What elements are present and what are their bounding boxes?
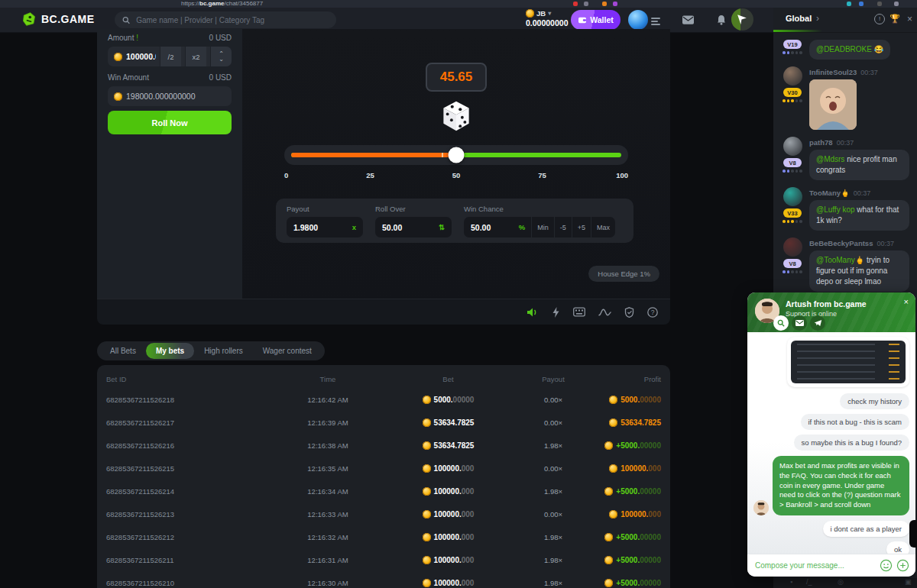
table-row[interactable]: 68285367211526212 12:16:32 AM 100000.000… <box>106 525 661 548</box>
bet-amount-value[interactable]: 100000.00000000 <box>126 52 156 61</box>
double-bet-button[interactable]: x2 <box>185 47 206 66</box>
chevron-right-icon[interactable]: › <box>816 13 819 24</box>
extension-icon[interactable] <box>894 2 899 6</box>
payout-field[interactable]: 1.9800 x <box>287 217 363 237</box>
bcgame-logo[interactable]: BC.GAME <box>21 11 95 27</box>
chance-min[interactable]: Min <box>531 217 554 237</box>
slider-handle[interactable] <box>449 147 465 163</box>
support-close-icon[interactable]: × <box>904 297 909 306</box>
table-row[interactable]: 68285367211526215 12:16:35 AM 100000.000… <box>106 457 661 480</box>
tab-high-rollers[interactable]: High rollers <box>194 343 253 359</box>
balance-display[interactable]: JB ▾ 0.00000000 <box>526 9 568 27</box>
search-input[interactable] <box>134 15 329 25</box>
tab-all-bets[interactable]: All Bets <box>100 343 146 359</box>
rules-icon[interactable]: ◎ <box>838 578 844 586</box>
bet-profit: +5000.00000 <box>595 533 661 541</box>
logo-text: BC.GAME <box>41 13 95 25</box>
winchance-field[interactable]: 50.00 % Min-5+5Max <box>464 217 615 237</box>
mail-icon[interactable] <box>682 15 694 24</box>
wallet-button[interactable]: Wallet <box>571 10 621 30</box>
chance--5[interactable]: -5 <box>554 217 572 237</box>
username[interactable]: TooMany🖕 <box>809 189 850 197</box>
bet-amount: 5000.00000 <box>385 396 511 404</box>
support-telegram-icon[interactable] <box>810 315 825 331</box>
extension-icon[interactable] <box>602 2 607 6</box>
payout-label: Payout <box>287 205 363 213</box>
extension-icon[interactable] <box>877 2 882 6</box>
table-row[interactable]: 68285367211526218 12:16:42 AM 5000.00000… <box>106 388 661 411</box>
step-down-icon[interactable]: ⌄ <box>219 57 224 62</box>
help-icon[interactable]: ? <box>647 307 658 318</box>
bet-amount: 100000.000 <box>385 464 511 473</box>
table-row[interactable]: 68285367211526214 12:16:34 AM 100000.000… <box>106 480 661 502</box>
chat-tab-global[interactable]: Global <box>786 14 812 23</box>
vip-level-badge: V8 <box>783 158 802 167</box>
rollover-field[interactable]: 50.00 ⇅ <box>375 217 452 237</box>
username[interactable]: BeBeBeckyPantss <box>809 239 873 247</box>
extension-icon[interactable] <box>859 2 864 6</box>
chance-max[interactable]: Max <box>591 217 615 237</box>
compose-input[interactable] <box>753 561 876 570</box>
image-icon[interactable]: ▣ <box>905 578 912 586</box>
vip-level-badge: V33 <box>783 208 802 218</box>
user-avatar[interactable] <box>783 187 802 206</box>
slider-ticks: 0255075100 <box>284 171 628 180</box>
bets-tabs: All BetsMy betsHigh rollersWager contest <box>97 341 325 360</box>
chance-+5[interactable]: +5 <box>572 217 591 237</box>
half-bet-button[interactable]: /2 <box>160 47 181 66</box>
user-avatar[interactable] <box>783 237 802 257</box>
tab-my-bets[interactable]: My bets <box>146 343 194 359</box>
emoji-icon[interactable] <box>880 559 893 572</box>
chat-rules-icon[interactable]: ! <box>874 14 885 24</box>
user-avatar[interactable] <box>783 66 802 86</box>
menu-list-icon[interactable] <box>651 16 660 27</box>
stats-icon[interactable] <box>598 308 611 317</box>
table-row[interactable]: 68285367211526210 12:16:30 AM 100000.000… <box>106 571 661 588</box>
roll-slider[interactable] <box>284 145 628 165</box>
image-message[interactable] <box>809 79 857 130</box>
user-avatar[interactable] <box>783 137 802 156</box>
amount-stepper[interactable]: ⌃ ⌄ <box>210 47 232 66</box>
chat-toggle-icon[interactable] <box>731 8 753 31</box>
vip-level-badge: V30 <box>783 88 802 97</box>
roll-now-button[interactable]: Roll Now <box>108 111 232 134</box>
winchance-value[interactable]: 50.00 <box>471 223 519 232</box>
extension-icon[interactable] <box>847 2 851 6</box>
table-row[interactable]: 68285367211526213 12:16:33 AM 100000.000… <box>106 502 661 525</box>
table-row[interactable]: 68285367211526216 12:16:38 AM 53634.7825… <box>106 434 661 457</box>
hotkeys-icon[interactable] <box>573 307 585 317</box>
rollover-value[interactable]: 50.00 <box>382 223 439 232</box>
username[interactable]: InfiniteSoul23 <box>809 68 857 76</box>
fairness-icon[interactable] <box>624 307 634 318</box>
sound-icon[interactable] <box>527 307 539 318</box>
url-bar[interactable]: https://bc.game/chat/3456877 <box>181 0 263 7</box>
extension-icon[interactable] <box>613 2 617 6</box>
extension-icon[interactable] <box>573 2 578 6</box>
tab-wager-contest[interactable]: Wager contest <box>253 343 322 359</box>
bet-amount-field[interactable]: 100000.00000000 /2 x2 ⌃ ⌄ <box>108 47 232 66</box>
swap-icon[interactable]: ⇅ <box>439 223 445 231</box>
dice-game-panel: Amount ! 0 USD 100000.00000000 /2 x2 ⌃ ⌄… <box>97 29 670 325</box>
user-avatar[interactable] <box>628 10 648 30</box>
collapsed-widget-handle[interactable] <box>909 520 917 548</box>
winchance-label: Win Chance <box>464 205 615 213</box>
bell-icon[interactable] <box>717 15 726 25</box>
rain-icon[interactable]: ▪ <box>790 578 792 586</box>
slash-icon[interactable]: /_ <box>806 578 812 586</box>
bet-payout: 1.98× <box>511 579 595 587</box>
support-search-icon[interactable] <box>773 315 789 331</box>
chat-header: Global › ! 🏆 × <box>773 8 917 33</box>
turbo-icon[interactable] <box>552 307 560 318</box>
trophy-icon[interactable]: 🏆 <box>889 14 900 24</box>
payout-value[interactable]: 1.9800 <box>293 223 352 232</box>
table-row[interactable]: 68285367211526211 12:16:31 AM 100000.000… <box>106 548 661 571</box>
amount-label: Amount ! <box>108 34 138 42</box>
table-row[interactable]: 68285367211526217 12:16:39 AM 53634.7825… <box>106 411 661 434</box>
chat-close-icon[interactable]: × <box>907 14 912 24</box>
attachment-card[interactable] <box>787 337 909 387</box>
game-search[interactable] <box>115 11 336 28</box>
support-mail-icon[interactable] <box>792 315 807 331</box>
extension-icon[interactable] <box>584 2 588 6</box>
attach-plus-icon[interactable] <box>896 559 909 572</box>
username[interactable]: path78 <box>809 138 833 147</box>
